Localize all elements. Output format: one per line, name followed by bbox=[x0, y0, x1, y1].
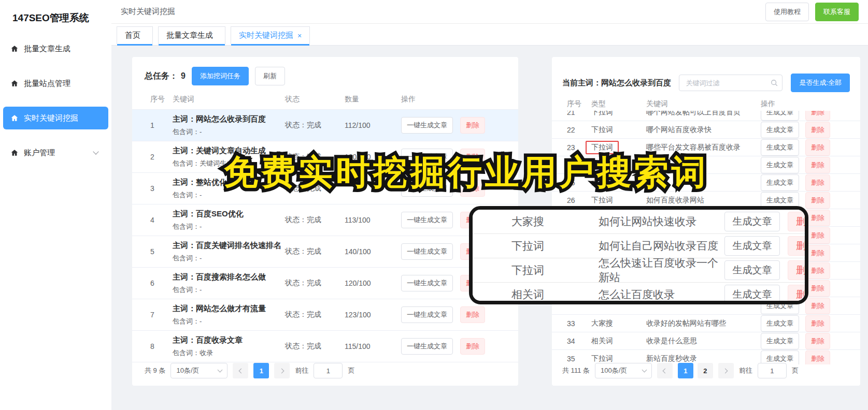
delete-button[interactable]: 删除 bbox=[805, 111, 830, 121]
tab[interactable]: 首页 bbox=[117, 26, 153, 44]
page-number-button[interactable]: 1 bbox=[678, 363, 693, 378]
goto-page-input[interactable] bbox=[314, 363, 343, 378]
keyword-type: 大家搜 bbox=[591, 319, 613, 328]
task-status: 状态：完成 bbox=[285, 342, 345, 351]
delete-button[interactable]: 删除 bbox=[805, 333, 830, 349]
refresh-button[interactable]: 刷新 bbox=[255, 67, 285, 85]
generate-article-button[interactable]: 生成文章 bbox=[724, 212, 780, 231]
column-header-actions: 操作 bbox=[401, 95, 506, 104]
keyword-type: 下拉词 bbox=[586, 141, 619, 154]
sidebar-item[interactable]: 批量文章生成 bbox=[3, 37, 108, 60]
delete-button[interactable]: 删除 bbox=[460, 117, 485, 134]
keyword-filter-input[interactable] bbox=[679, 75, 782, 91]
keyword-type: 相关词 bbox=[591, 336, 613, 346]
table-row: 34 相关词 收录是什么意思 生成文章 删除 bbox=[552, 332, 860, 350]
delete-button[interactable]: 删除 bbox=[805, 139, 830, 156]
generate-article-button[interactable]: 一键生成文章 bbox=[401, 149, 453, 165]
task-count: 140/100 bbox=[345, 247, 401, 256]
generate-article-button[interactable]: 生成文章 bbox=[761, 315, 799, 332]
generate-article-button[interactable]: 一键生成文章 bbox=[401, 117, 453, 134]
task-status: 状态：完成 bbox=[285, 152, 345, 162]
delete-button[interactable]: 删除 bbox=[805, 245, 830, 261]
generate-article-button[interactable]: 生成文章 bbox=[761, 139, 799, 156]
tab-label: 实时关键词挖掘 bbox=[239, 31, 293, 40]
row-index: 4 bbox=[150, 216, 173, 224]
generate-article-button[interactable]: 生成文章 bbox=[724, 236, 780, 256]
page-size-select[interactable]: 10条/页 bbox=[170, 363, 227, 378]
delete-button[interactable]: 删除 bbox=[788, 236, 808, 256]
page-number-button[interactable]: 2 bbox=[698, 363, 713, 378]
keyword-text: 哪些平台发文容易被百度收录 bbox=[646, 143, 761, 152]
delete-button[interactable]: 删除 bbox=[805, 298, 830, 314]
generate-article-button[interactable]: 生成文章 bbox=[724, 260, 780, 280]
help-button[interactable]: 使用教程 bbox=[765, 3, 809, 21]
task-count: 112/100 bbox=[345, 121, 401, 129]
task-status: 状态：完成 bbox=[285, 121, 345, 130]
generate-article-button[interactable]: 生成文章 bbox=[761, 174, 799, 191]
delete-button[interactable]: 删除 bbox=[805, 280, 830, 297]
generate-article-button[interactable]: 一键生成文章 bbox=[401, 338, 453, 355]
task-main-keyword: 主词：整站优化 bbox=[173, 176, 285, 188]
generate-article-button[interactable]: 生成文章 bbox=[724, 285, 780, 304]
keyword-type: 大家搜 bbox=[591, 178, 613, 187]
delete-button[interactable]: 删除 bbox=[805, 174, 830, 191]
topbar: 实时关键词挖掘 使用教程 联系客服 bbox=[111, 0, 868, 24]
delete-button[interactable]: 删除 bbox=[805, 192, 830, 209]
contact-support-button[interactable]: 联系客服 bbox=[815, 3, 859, 21]
delete-button[interactable]: 删除 bbox=[788, 260, 808, 280]
keyword-type: 下拉词 bbox=[591, 160, 613, 170]
generate-article-button[interactable]: 一键生成文章 bbox=[401, 243, 453, 260]
close-icon[interactable]: × bbox=[297, 32, 302, 40]
table-row: 6 主词：百度搜索排名怎么做 包含词：- 状态：完成 120/100 一键生成文… bbox=[132, 268, 518, 299]
chevron-left-icon bbox=[239, 368, 244, 373]
task-main-keyword: 主词：关键词文章自动生成 bbox=[173, 144, 285, 156]
delete-button[interactable]: 删除 bbox=[788, 212, 808, 231]
generate-article-button[interactable]: 一键生成文章 bbox=[401, 275, 453, 291]
app-window: 147SEO管理系统 批量文章生成 批量站点管理 bbox=[0, 0, 868, 410]
row-index: 1 bbox=[150, 121, 173, 129]
delete-button[interactable]: 删除 bbox=[460, 338, 485, 355]
page-size-select[interactable]: 100条/页 bbox=[595, 363, 652, 378]
delete-button[interactable]: 删除 bbox=[460, 180, 485, 197]
generate-article-button[interactable]: 一键生成文章 bbox=[401, 212, 453, 228]
delete-button[interactable]: 删除 bbox=[460, 149, 485, 165]
delete-button[interactable]: 删除 bbox=[805, 157, 830, 173]
delete-button[interactable]: 删除 bbox=[460, 306, 485, 323]
sidebar-item[interactable]: 实时关键词挖掘 bbox=[3, 107, 108, 129]
delete-button[interactable]: 删除 bbox=[805, 210, 830, 226]
task-included-words: 包含词：- bbox=[173, 253, 285, 264]
page-number-button[interactable]: 1 bbox=[253, 363, 269, 378]
generate-article-button[interactable]: 生成文章 bbox=[761, 333, 799, 349]
prev-page-button[interactable] bbox=[657, 363, 673, 378]
task-count: 115/100 bbox=[345, 342, 401, 350]
generate-article-button[interactable]: 一键生成文章 bbox=[401, 306, 453, 323]
delete-button[interactable]: 删除 bbox=[805, 315, 830, 332]
keyword-text: 收录是什么意思 bbox=[646, 336, 761, 346]
delete-button[interactable]: 删除 bbox=[805, 122, 830, 138]
generate-article-button[interactable]: 生成文章 bbox=[761, 157, 799, 173]
sidebar-item[interactable]: 账户管理 bbox=[3, 141, 108, 164]
tab[interactable]: 实时关键词挖掘 × bbox=[231, 26, 310, 44]
table-row: 4 主词：百度SEO优化 包含词：- 状态：完成 113/100 一键生成文章 … bbox=[132, 204, 518, 236]
generate-filter-button[interactable]: 是否生成:全部 bbox=[791, 74, 850, 92]
sidebar-item-label: 批量文章生成 bbox=[24, 44, 70, 54]
generate-article-button[interactable]: 一键生成文章 bbox=[401, 180, 453, 197]
delete-button[interactable]: 删除 bbox=[805, 262, 830, 279]
callout-row: 大家搜 如何让网站快速收录 生成文章 删除 bbox=[473, 210, 805, 234]
generate-article-button[interactable]: 生成文章 bbox=[761, 122, 799, 138]
sidebar-item[interactable]: 批量站点管理 bbox=[3, 72, 108, 95]
delete-button[interactable]: 删除 bbox=[805, 350, 830, 365]
row-index: 24 bbox=[567, 161, 591, 169]
generate-article-button[interactable]: 生成文章 bbox=[761, 111, 799, 121]
prev-page-button[interactable] bbox=[233, 363, 248, 378]
add-mining-task-button[interactable]: 添加挖词任务 bbox=[192, 67, 249, 85]
next-page-button[interactable] bbox=[718, 363, 734, 378]
next-page-button[interactable] bbox=[274, 363, 290, 378]
delete-button[interactable]: 删除 bbox=[805, 227, 830, 244]
row-index: 2 bbox=[150, 153, 173, 161]
tab[interactable]: 批量文章生成 bbox=[158, 26, 225, 44]
generate-article-button[interactable]: 生成文章 bbox=[761, 350, 799, 365]
keyword-type: 下拉词 bbox=[591, 354, 613, 363]
goto-page-input[interactable] bbox=[758, 363, 787, 378]
task-status: 状态：完成 bbox=[285, 310, 345, 319]
